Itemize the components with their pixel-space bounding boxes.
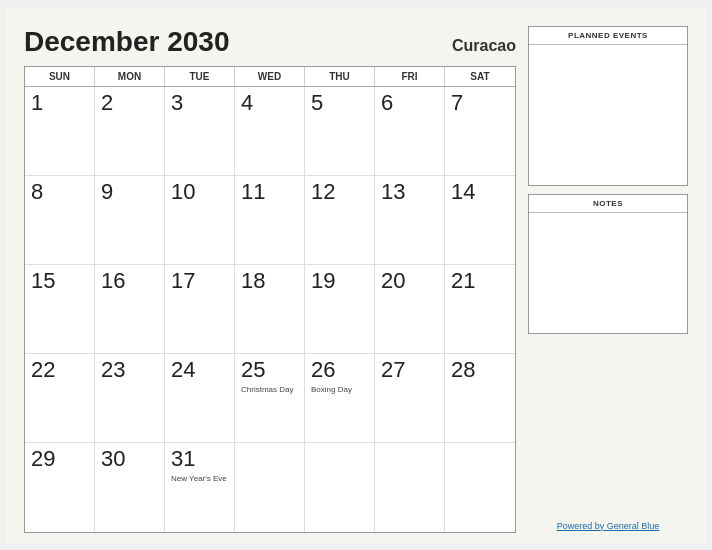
day-14[interactable]: 14 — [445, 176, 515, 265]
day-16[interactable]: 16 — [95, 265, 165, 354]
day-17[interactable]: 17 — [165, 265, 235, 354]
planned-events-content[interactable] — [529, 45, 687, 185]
month-title: December 2030 — [24, 26, 229, 58]
day-11[interactable]: 11 — [235, 176, 305, 265]
day-23[interactable]: 23 — [95, 354, 165, 443]
day-6[interactable]: 6 — [375, 87, 445, 176]
day-28[interactable]: 28 — [445, 354, 515, 443]
day-5[interactable]: 5 — [305, 87, 375, 176]
header-sun: SUN — [25, 67, 95, 86]
day-1[interactable]: 1 — [25, 87, 95, 176]
day-15[interactable]: 15 — [25, 265, 95, 354]
empty-3 — [375, 443, 445, 532]
header-mon: MON — [95, 67, 165, 86]
day-24[interactable]: 24 — [165, 354, 235, 443]
day-12[interactable]: 12 — [305, 176, 375, 265]
planned-events-box: PLANNED EVENTS — [528, 26, 688, 186]
christmas-day-label: Christmas Day — [241, 385, 293, 395]
empty-4 — [445, 443, 515, 532]
page: December 2030 Curacao SUN MON TUE WED TH… — [6, 8, 706, 543]
powered-by-link[interactable]: Powered by General Blue — [557, 521, 660, 531]
notes-title: NOTES — [529, 195, 687, 213]
day-30[interactable]: 30 — [95, 443, 165, 532]
day-8[interactable]: 8 — [25, 176, 95, 265]
day-2[interactable]: 2 — [95, 87, 165, 176]
day-22[interactable]: 22 — [25, 354, 95, 443]
day-13[interactable]: 13 — [375, 176, 445, 265]
new-years-eve-label: New Year's Eve — [171, 474, 227, 484]
notes-box: NOTES — [528, 194, 688, 334]
calendar: SUN MON TUE WED THU FRI SAT 1 2 3 4 5 6 … — [24, 66, 516, 533]
day-20[interactable]: 20 — [375, 265, 445, 354]
day-25[interactable]: 25 Christmas Day — [235, 354, 305, 443]
right-panel: PLANNED EVENTS NOTES Powered by General … — [528, 26, 688, 533]
boxing-day-label: Boxing Day — [311, 385, 352, 395]
day-9[interactable]: 9 — [95, 176, 165, 265]
day-headers: SUN MON TUE WED THU FRI SAT — [25, 67, 515, 87]
day-10[interactable]: 10 — [165, 176, 235, 265]
day-4[interactable]: 4 — [235, 87, 305, 176]
day-29[interactable]: 29 — [25, 443, 95, 532]
day-21[interactable]: 21 — [445, 265, 515, 354]
planned-events-title: PLANNED EVENTS — [529, 27, 687, 45]
header-fri: FRI — [375, 67, 445, 86]
day-19[interactable]: 19 — [305, 265, 375, 354]
day-27[interactable]: 27 — [375, 354, 445, 443]
empty-1 — [235, 443, 305, 532]
calendar-grid: 1 2 3 4 5 6 7 8 9 10 11 12 13 14 15 16 1… — [25, 87, 515, 532]
location: Curacao — [452, 37, 516, 55]
day-7[interactable]: 7 — [445, 87, 515, 176]
header-tue: TUE — [165, 67, 235, 86]
header-sat: SAT — [445, 67, 515, 86]
header-wed: WED — [235, 67, 305, 86]
day-18[interactable]: 18 — [235, 265, 305, 354]
left-panel: December 2030 Curacao SUN MON TUE WED TH… — [24, 26, 516, 533]
empty-2 — [305, 443, 375, 532]
day-26[interactable]: 26 Boxing Day — [305, 354, 375, 443]
header-thu: THU — [305, 67, 375, 86]
day-3[interactable]: 3 — [165, 87, 235, 176]
day-31[interactable]: 31 New Year's Eve — [165, 443, 235, 532]
powered-by: Powered by General Blue — [528, 511, 688, 533]
notes-content[interactable] — [529, 213, 687, 333]
header: December 2030 Curacao — [24, 26, 516, 58]
